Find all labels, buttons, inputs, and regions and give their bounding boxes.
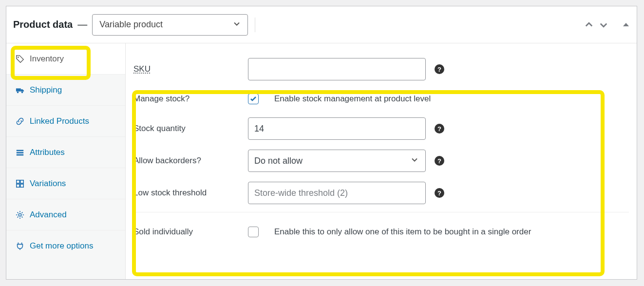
sku-input[interactable] [248,58,426,80]
row-low-stock-threshold: Low stock threshold ? [133,177,629,209]
svg-point-2 [17,91,19,93]
panel-title-dash: — [77,19,87,30]
list-icon [15,148,25,157]
svg-rect-8 [20,180,23,183]
link-icon [15,117,25,126]
svg-rect-9 [17,184,19,187]
low-stock-input[interactable] [248,182,426,204]
manage-stock-desc: Enable stock management at product level [274,94,431,104]
panel-header-actions [584,20,630,30]
tab-inventory[interactable]: Inventory [6,43,125,75]
move-down-icon[interactable] [599,20,608,30]
label-low-stock: Low stock threshold [133,188,248,198]
tab-attributes[interactable]: Attributes [6,137,125,168]
svg-point-11 [19,213,21,216]
svg-point-0 [18,57,19,58]
tab-label: Linked Products [30,116,89,126]
toggle-panel-icon[interactable] [622,21,630,29]
panel-body: Inventory Shipping Linked Products Attri… [6,43,637,279]
svg-rect-4 [17,150,23,151]
tab-label: Variations [30,179,66,189]
tab-label: Advanced [30,210,67,220]
svg-rect-7 [17,180,19,183]
chevron-down-icon [233,19,241,30]
form-separator [133,212,629,212]
svg-rect-1 [16,88,21,91]
label-manage-stock: Manage stock? [133,94,248,104]
tag-icon [15,55,25,63]
svg-rect-5 [17,152,23,153]
gear-icon [15,210,25,219]
help-icon[interactable]: ? [435,124,444,133]
sold-individually-checkbox[interactable] [248,227,259,237]
product-data-tabs: Inventory Shipping Linked Products Attri… [6,43,126,279]
row-allow-backorders: Allow backorders? Do not allow ? [133,145,629,177]
row-sold-individually: Sold individually Enable this to only al… [133,218,629,246]
svg-point-3 [21,91,23,93]
row-stock-quantity: Stock quantity ? [133,113,629,145]
panel-header: Product data — Variable product [6,6,637,43]
chevron-down-icon [411,156,418,166]
row-sku: SKU ? [133,53,629,85]
tab-get-more-options[interactable]: Get more options [6,230,125,262]
sold-individually-desc: Enable this to only allow one of this it… [274,227,531,237]
label-sku: SKU [133,64,248,74]
svg-rect-6 [17,154,23,155]
tab-variations[interactable]: Variations [6,168,125,199]
tab-label: Shipping [30,85,62,95]
tab-label: Get more options [30,241,93,251]
panel-title: Product data [13,19,73,30]
move-up-icon[interactable] [584,20,594,30]
inventory-form: SKU ? Manage stock? Enable stock managem… [126,43,637,279]
product-type-select[interactable]: Variable product [92,14,248,36]
grid-icon [15,179,25,188]
help-icon[interactable]: ? [435,156,444,166]
allow-backorders-value: Do not allow [254,156,303,166]
tab-shipping[interactable]: Shipping [6,75,125,106]
label-sold-individually: Sold individually [133,227,248,237]
label-stock-quantity: Stock quantity [133,124,248,133]
tab-label: Attributes [30,148,65,157]
svg-rect-10 [20,184,23,187]
tab-advanced[interactable]: Advanced [6,199,125,230]
product-data-panel: Product data — Variable product [6,6,637,280]
truck-icon [15,86,25,95]
help-icon[interactable]: ? [435,64,444,74]
row-manage-stock: Manage stock? Enable stock management at… [133,85,629,113]
manage-stock-checkbox[interactable] [248,94,259,104]
allow-backorders-select[interactable]: Do not allow [248,150,426,172]
label-allow-backorders: Allow backorders? [133,156,248,166]
plug-icon [15,242,25,250]
tab-label: Inventory [30,54,64,64]
stock-quantity-input[interactable] [248,117,426,140]
product-type-value: Variable product [99,19,163,30]
help-icon[interactable]: ? [435,188,444,198]
header-separator [255,18,255,32]
tab-linked-products[interactable]: Linked Products [6,106,125,137]
